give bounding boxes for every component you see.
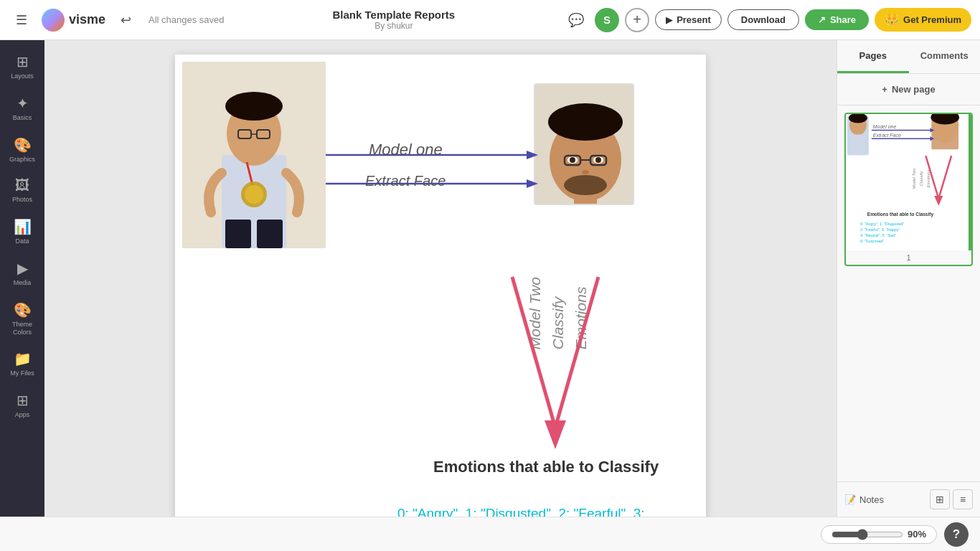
present-button[interactable]: ▶ Present: [655, 9, 722, 30]
sidebar-label-media: Media: [14, 279, 32, 287]
svg-rect-12: [225, 220, 251, 248]
visme-logo-icon: [42, 9, 65, 32]
present-label: Present: [677, 14, 711, 25]
canvas-area[interactable]: Model one Extract Face Model Two Classif…: [44, 40, 837, 517]
face-photo: [534, 83, 634, 205]
sidebar-item-apps[interactable]: ⊞ Apps: [2, 386, 42, 425]
data-icon: 📊: [14, 218, 32, 235]
theme-colors-icon: 🎨: [14, 301, 32, 319]
svg-point-27: [582, 170, 589, 174]
sidebar-label-layouts: Layouts: [11, 72, 34, 80]
download-button[interactable]: Download: [727, 9, 799, 30]
play-icon: ▶: [666, 15, 672, 25]
undo-button[interactable]: ↩: [113, 7, 138, 33]
saved-status: All changes saved: [149, 14, 225, 25]
svg-point-22: [570, 157, 575, 163]
extract-face-text: Extract Face: [365, 173, 446, 189]
svg-text:4: "Neutral", 5: "Sad": 4: "Neutral", 5: "Sad": [860, 233, 896, 237]
share-button[interactable]: ↗ Share: [805, 9, 869, 30]
sidebar-label-photos: Photos: [12, 196, 32, 204]
svg-rect-13: [257, 220, 283, 248]
zoom-percent: 90%: [908, 529, 926, 540]
svg-text:Classify: Classify: [919, 171, 923, 187]
svg-text:Emotions that able to Classify: Emotions that able to Classify: [867, 212, 934, 217]
help-button[interactable]: ?: [944, 522, 969, 547]
get-premium-button[interactable]: 👑 Get Premium: [875, 8, 971, 32]
sidebar-label-apps: Apps: [15, 411, 30, 419]
tab-pages[interactable]: Pages: [837, 40, 909, 73]
svg-text:Emotions: Emotions: [926, 170, 930, 188]
sidebar-label-data: Data: [15, 237, 29, 245]
thumbnail-preview: Model one Extract Face Model Two Classif…: [846, 114, 971, 250]
svg-text:Model one: Model one: [873, 124, 897, 129]
canvas-page: Model one Extract Face Model Two Classif…: [175, 55, 706, 517]
zoom-control: 90%: [821, 525, 937, 544]
comment-button[interactable]: 💬: [563, 7, 589, 33]
topbar-right: 💬 S + ▶ Present Download ↗ Share 👑 Get P…: [563, 7, 971, 33]
svg-text:2: "Fearful", 3: "Happy": 2: "Fearful", 3: "Happy": [860, 227, 900, 232]
svg-text:6: "Surprised": 6: "Surprised": [860, 239, 884, 243]
topbar-center: Blank Template Reports By shukur: [232, 9, 557, 31]
menu-button[interactable]: ☰: [9, 7, 34, 33]
sidebar-item-basics[interactable]: ✦ Basics: [2, 89, 42, 128]
svg-rect-39: [851, 134, 865, 155]
right-sidebar: Pages Comments + New page: [837, 40, 980, 517]
user-avatar[interactable]: S: [595, 8, 619, 32]
add-collaborator-button[interactable]: +: [625, 8, 649, 32]
person-photo: [182, 62, 326, 248]
sidebar-item-photos[interactable]: 🖼 Photos: [2, 171, 42, 209]
svg-text:Extract Face: Extract Face: [873, 133, 901, 138]
visme-logo-text: visme: [69, 12, 105, 27]
topbar-left: ☰ visme ↩ All changes saved: [9, 7, 225, 33]
left-sidebar: ⊞ Layouts ✦ Basics 🎨 Graphics 🖼 Photos 📊…: [0, 40, 44, 517]
canvas-content: Model one Extract Face Model Two Classif…: [175, 55, 706, 112]
bottom-bar: 90% ?: [0, 517, 980, 551]
sidebar-item-data[interactable]: 📊 Data: [2, 212, 42, 251]
sidebar-item-theme-colors[interactable]: 🎨 Theme Colors: [2, 296, 42, 342]
sidebar-item-graphics[interactable]: 🎨 Graphics: [2, 131, 42, 169]
sidebar-item-my-files[interactable]: 📁 My Files: [2, 344, 42, 383]
notes-button[interactable]: 📝 Notes: [844, 494, 884, 505]
my-files-icon: 📁: [14, 350, 32, 367]
sidebar-label-basics: Basics: [13, 114, 32, 122]
emotions-list: 0: "Angry", 1: "Disgusted", 2: "Fearful"…: [397, 503, 684, 517]
svg-point-18: [548, 103, 623, 141]
visme-logo: visme: [42, 9, 105, 32]
svg-point-5: [225, 92, 283, 121]
plus-icon: +: [882, 84, 887, 95]
svg-text:Model Two: Model Two: [912, 168, 916, 189]
document-title: Blank Template Reports: [333, 9, 456, 21]
page-thumbnail-1[interactable]: Model one Extract Face Model Two Classif…: [844, 113, 973, 266]
photos-icon: 🖼: [15, 177, 29, 194]
basics-icon: ✦: [17, 95, 29, 112]
topbar: ☰ visme ↩ All changes saved Blank Templa…: [0, 0, 980, 40]
down-arrow-svg: [484, 270, 627, 471]
grid-view-button[interactable]: ⊞: [930, 489, 950, 509]
zoom-slider[interactable]: [831, 529, 903, 540]
sidebar-item-media[interactable]: ▶ Media: [2, 254, 42, 293]
tab-comments[interactable]: Comments: [909, 40, 981, 73]
share-label: Share: [830, 14, 856, 25]
layouts-icon: ⊞: [17, 53, 29, 70]
share-icon: ↗: [818, 14, 826, 25]
svg-point-19: [564, 175, 607, 195]
svg-text:0: "Angry", 1: "Disgusted": 0: "Angry", 1: "Disgusted": [860, 222, 904, 226]
svg-marker-34: [545, 420, 566, 449]
sidebar-item-layouts[interactable]: ⊞ Layouts: [2, 47, 42, 86]
svg-line-33: [555, 277, 598, 428]
view-icons: ⊞ ≡: [930, 489, 973, 509]
graphics-icon: 🎨: [14, 136, 32, 154]
list-view-button[interactable]: ≡: [953, 489, 973, 509]
right-bottom-bar: 📝 Notes ⊞ ≡: [837, 481, 980, 517]
emotions-classify-title: Emotions that able to Classify: [433, 456, 659, 479]
notes-icon: 📝: [844, 494, 856, 505]
crown-icon: 👑: [885, 13, 899, 27]
document-author: By shukur: [374, 21, 413, 31]
svg-line-32: [512, 277, 555, 428]
svg-point-23: [595, 157, 601, 163]
sidebar-label-graphics: Graphics: [9, 156, 35, 164]
new-page-label: New page: [892, 84, 936, 95]
new-page-button[interactable]: + New page: [837, 74, 980, 105]
thumbnail-accent: [969, 114, 971, 250]
page-number: 1: [846, 250, 971, 265]
